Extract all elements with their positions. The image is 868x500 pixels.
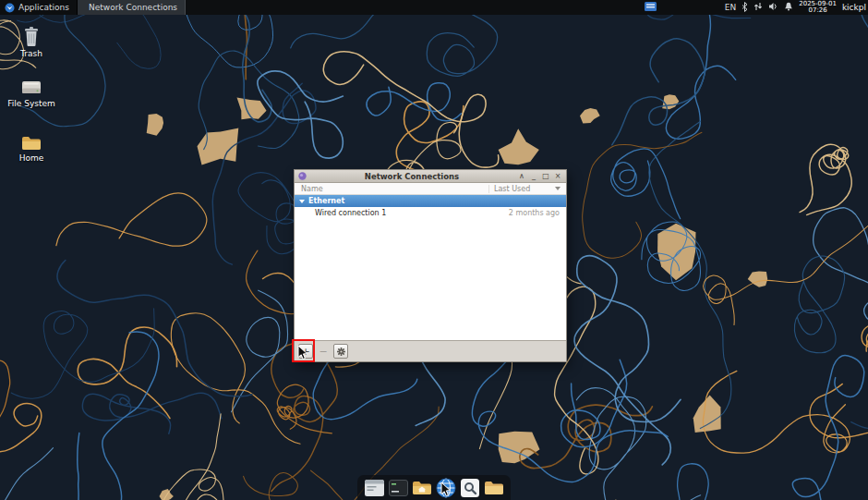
minimize-button[interactable]: _ [529,171,538,182]
window-toolbar: + − [295,340,566,361]
dock-home-folder[interactable] [412,478,432,498]
connection-row[interactable]: Wired connection 1 2 months ago [295,207,566,219]
ethernet-group-row[interactable]: Ethernet [295,195,566,207]
clock-time: 07:26 [808,7,826,15]
network-connections-window: Network Connections ∧ _ □ × Name Last Us… [294,169,567,362]
home-folder-icon [21,135,42,152]
desktop-icon-label: Trash [20,49,42,58]
titlebar[interactable]: Network Connections ∧ _ □ × [295,170,566,183]
close-button[interactable]: × [553,171,562,182]
desktop: Applications Network Connections EN [0,0,868,500]
connections-list: Ethernet Wired connection 1 2 months ago [295,195,566,340]
window-menu-icon[interactable] [298,172,307,180]
dock-terminal-light[interactable] [364,478,384,498]
taskbar-window-label: Network Connections [89,3,177,12]
applications-menu-icon [5,3,15,13]
dock-file-manager[interactable] [484,478,504,498]
sort-arrow-icon [555,187,561,190]
top-panel: Applications Network Connections EN [0,0,868,15]
applications-menu[interactable]: Applications [0,0,77,15]
desktop-icon-home[interactable]: Home [6,135,57,163]
desktop-icon-label: File System [7,99,54,108]
system-tray: EN 2025-09-01 07:26 kickpl [645,0,868,15]
bluetooth-icon[interactable] [741,2,748,14]
notifications-bell-icon[interactable] [784,2,793,13]
cursor-icon [440,482,452,498]
volume-icon[interactable] [768,2,778,13]
dock-terminal-dark[interactable] [388,478,408,498]
delete-connection-button[interactable]: − [316,344,331,359]
column-header-name[interactable]: Name [295,185,488,193]
keyboard-layout-label[interactable]: EN [725,3,736,12]
search-icon [461,479,479,497]
dock-home-icon [412,480,432,496]
expander-icon[interactable] [299,200,305,203]
group-label: Ethernet [308,197,344,205]
desktop-icon-label: Home [19,153,44,163]
connection-name: Wired connection 1 [315,209,386,217]
filesystem-drive-icon [21,79,42,97]
column-header-last-used-label: Last Used [494,185,530,193]
desktop-icon-filesystem[interactable]: File System [6,79,57,108]
network-icon[interactable] [753,2,763,13]
gear-icon [337,348,345,356]
terminal-dark-icon [389,480,408,496]
applications-label: Applications [18,3,69,12]
trash-icon [22,26,41,47]
keyboard-indicator-icon[interactable] [645,2,657,13]
list-header: Name Last Used [295,183,566,195]
dock [357,475,511,500]
taskbar-window-button[interactable]: Network Connections [77,0,186,15]
edit-connection-button[interactable] [333,344,348,359]
column-header-last-used[interactable]: Last Used [488,185,566,193]
cursor-icon [297,345,308,361]
shade-button[interactable]: ∧ [517,171,526,182]
username-label: kickpl [842,3,866,12]
clock[interactable]: 2025-09-01 07:26 [799,1,837,15]
maximize-button[interactable]: □ [541,171,550,182]
desktop-icon-trash[interactable]: Trash [6,26,57,58]
window-title: Network Connections [309,172,514,181]
connection-last-used: 2 months ago [509,209,566,217]
file-manager-folder-icon [484,480,504,496]
dock-app-finder[interactable] [460,478,480,498]
terminal-light-icon [365,480,384,496]
